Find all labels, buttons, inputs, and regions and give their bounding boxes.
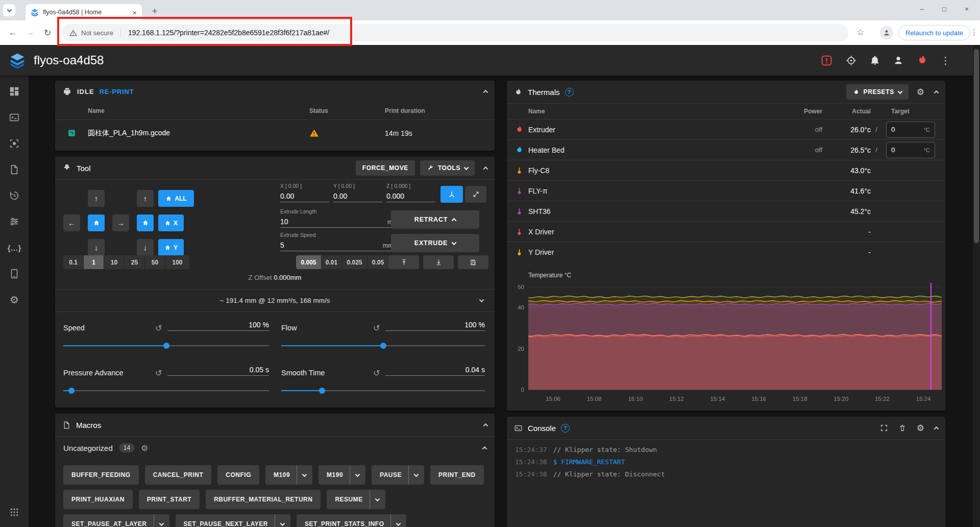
extrude-button[interactable]: EXTRUDE: [391, 234, 479, 252]
flow-slider-thumb[interactable]: [380, 343, 386, 349]
extrude-speed-field[interactable]: 5 mm/s: [280, 237, 398, 251]
move-y-plus-button[interactable]: ↑: [88, 190, 105, 207]
emergency-stop-button[interactable]: [820, 54, 833, 67]
sidebar-item-camera[interactable]: [9, 137, 20, 150]
sidebar-apps-grid-icon[interactable]: [9, 506, 19, 519]
macro-set-print-stats-info[interactable]: SET_PRINT_STATS_INFO: [297, 514, 407, 527]
home-y-button[interactable]: Y: [158, 239, 184, 256]
step-100[interactable]: 100: [165, 255, 190, 269]
macro-dropdown-caret[interactable]: [408, 465, 418, 485]
collapse-category-icon[interactable]: [482, 446, 487, 451]
app-menu-kebab-icon[interactable]: ⋮: [941, 55, 950, 66]
step-10[interactable]: 10: [104, 255, 125, 269]
move-y-minus-button[interactable]: ↓: [88, 239, 105, 256]
tools-dropdown-button[interactable]: TOOLS: [420, 160, 475, 176]
sidebar-item-console[interactable]: [9, 111, 20, 124]
thermal-row-heater-bed[interactable]: Heater Bed off 26.5°c / 0°C: [507, 139, 945, 160]
reset-pa-icon[interactable]: ↺: [155, 368, 162, 378]
collapse-macros-icon[interactable]: [483, 423, 488, 428]
step-1[interactable]: 1: [84, 255, 104, 269]
reset-speed-icon[interactable]: ↺: [155, 323, 162, 333]
job-row[interactable]: 圆柱体_PLA_1h9m.gcode 14m 19s: [55, 119, 495, 146]
sidebar-item-dashboard[interactable]: [9, 85, 20, 98]
step-25[interactable]: 25: [125, 255, 145, 269]
macro-dropdown-caret[interactable]: [154, 514, 163, 527]
macro-pause[interactable]: PAUSE: [372, 465, 424, 485]
presets-button[interactable]: PRESETS: [846, 84, 909, 100]
reset-flow-icon[interactable]: ↺: [373, 323, 380, 333]
macro-dropdown-caret[interactable]: [390, 514, 400, 527]
step-0.1[interactable]: 0.1: [63, 255, 84, 269]
macro-cancel-print[interactable]: CANCEL_PRINT: [145, 465, 212, 485]
notifications-bell-button[interactable]: [869, 55, 880, 66]
console-settings-gear-icon[interactable]: ⚙: [917, 423, 924, 434]
macro-m109[interactable]: M109: [265, 465, 312, 485]
thermal-row-extruder[interactable]: Extruder off 26.0°c / 0°C: [507, 119, 945, 139]
extrude-length-field[interactable]: 10 mm: [280, 213, 398, 228]
minimize-button[interactable]: –: [911, 0, 933, 17]
thermals-help-icon[interactable]: ?: [565, 88, 574, 97]
z-offset-up-button[interactable]: [388, 255, 419, 269]
address-bar[interactable]: Not secure 192.168.1.125/?printer=24282e…: [61, 24, 848, 41]
pressure-advance-field[interactable]: 0.05 s: [167, 362, 269, 376]
console-clear-trash-icon[interactable]: [898, 424, 906, 432]
smooth-slider-thumb[interactable]: [319, 388, 325, 394]
macro-set-pause-next-layer[interactable]: SET_PAUSE_NEXT_LAYER: [176, 514, 290, 527]
flow-slider[interactable]: [281, 345, 485, 346]
maximize-button[interactable]: □: [933, 0, 955, 17]
bookmark-star-icon[interactable]: ☆: [856, 27, 864, 38]
collapse-status-icon[interactable]: [483, 89, 488, 94]
locate-printer-button[interactable]: [845, 55, 857, 66]
user-account-button[interactable]: [893, 55, 904, 66]
macro-dropdown-caret[interactable]: [275, 514, 284, 527]
home-all-button[interactable]: ALL: [158, 190, 194, 207]
browser-tab[interactable]: flyos-0a4d58 | Home ×: [26, 4, 142, 20]
sidebar-item-history[interactable]: [9, 189, 20, 202]
thermal-row-fly-pi[interactable]: FLY-π 41.6°c: [507, 180, 945, 201]
smooth-time-field[interactable]: 0.04 s: [385, 362, 485, 376]
position-mode-absolute-button[interactable]: [440, 186, 463, 203]
macro-set-pause-at-layer[interactable]: SET_PAUSE_AT_LAYER: [63, 514, 169, 527]
back-button[interactable]: ←: [4, 24, 21, 41]
sidebar-item-tune[interactable]: [9, 215, 20, 228]
zstep-0.005[interactable]: 0.005: [296, 255, 322, 269]
macro-config[interactable]: CONFIG: [217, 465, 259, 485]
thermal-row-sht36[interactable]: SHT36 45.2°c: [507, 201, 945, 221]
macro-print-huaxian[interactable]: PRINT_HUAXIAN: [63, 490, 133, 509]
move-x-plus-button[interactable]: →: [112, 214, 129, 231]
smooth-time-slider[interactable]: [281, 390, 485, 391]
heater-bed-target-input[interactable]: 0°C: [886, 142, 935, 158]
position-mode-relative-button[interactable]: [465, 186, 486, 203]
x-pos-field[interactable]: 0.00: [280, 188, 329, 202]
home-xy-button[interactable]: [88, 214, 105, 231]
reprint-button[interactable]: RE-PRINT: [100, 88, 134, 95]
console-output[interactable]: 15:24:37// Klipper state: Shutdown 15:24…: [507, 440, 945, 481]
thermal-row-x-driver[interactable]: X Driver -: [507, 221, 945, 242]
page-scrollbar[interactable]: [973, 45, 980, 527]
reload-button[interactable]: ↻: [39, 24, 56, 41]
sidebar-item-files[interactable]: [9, 163, 20, 176]
url-text[interactable]: 192.168.1.125/?printer=24282e5f2b8e6591e…: [128, 29, 329, 37]
home-z-button[interactable]: [137, 214, 154, 231]
zstep-0.025[interactable]: 0.025: [342, 255, 368, 269]
move-z-plus-button[interactable]: ↑: [137, 190, 154, 207]
macro-buffer-feeding[interactable]: BUFFER_FEEDING: [63, 465, 139, 485]
scrollbar-thumb[interactable]: [974, 49, 979, 243]
forward-button[interactable]: →: [21, 24, 39, 41]
y-pos-field[interactable]: 0.00: [333, 188, 382, 202]
console-help-icon[interactable]: ?: [561, 424, 570, 433]
tab-search-button[interactable]: [3, 4, 15, 16]
new-tab-button[interactable]: +: [148, 5, 161, 18]
tab-close-icon[interactable]: ×: [132, 9, 137, 16]
macro-resume[interactable]: RESUME: [327, 490, 385, 509]
console-fullscreen-icon[interactable]: [880, 424, 888, 432]
close-button[interactable]: ×: [955, 0, 978, 17]
z-offset-down-button[interactable]: [423, 255, 454, 269]
pa-slider-thumb[interactable]: [68, 388, 75, 394]
macro-dropdown-caret[interactable]: [350, 465, 359, 485]
z-offset-save-button[interactable]: [458, 255, 488, 269]
macro-dropdown-caret[interactable]: [370, 490, 379, 509]
extruder-stats-row[interactable]: ~ 191.4 mm @ 12 mm³/s, 168 mm/s: [55, 289, 495, 312]
zstep-0.05[interactable]: 0.05: [368, 255, 389, 269]
speed-field[interactable]: 100 %: [167, 317, 269, 331]
